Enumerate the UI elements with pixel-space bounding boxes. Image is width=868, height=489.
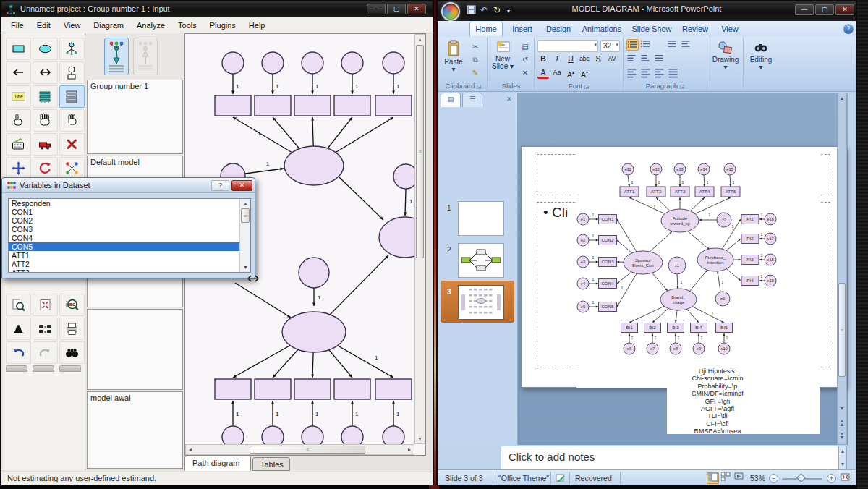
grow-font[interactable]: A▴ bbox=[565, 67, 576, 79]
delete-slide-icon[interactable]: ✕ bbox=[519, 67, 532, 78]
draw-latent-button[interactable] bbox=[59, 61, 85, 84]
slide-thumbnail-1[interactable] bbox=[458, 201, 504, 236]
tab-slides-thumbnails[interactable]: ▤ bbox=[441, 93, 461, 107]
format-painter-icon[interactable]: ✎ bbox=[469, 67, 482, 78]
print-button[interactable] bbox=[59, 318, 85, 340]
reset-slide-icon[interactable]: ↺ bbox=[519, 54, 532, 65]
reflect-button[interactable] bbox=[59, 157, 85, 179]
bullets-button[interactable] bbox=[626, 39, 639, 51]
ppt-maximize-button[interactable]: ▢ bbox=[815, 4, 834, 15]
move-objects-button[interactable] bbox=[6, 157, 31, 179]
canvas-vertical-scrollbar[interactable]: ▲ ≡ ▼ bbox=[414, 34, 425, 444]
ribbon-tab-insert[interactable]: Insert bbox=[506, 22, 539, 37]
font-style-bold[interactable]: B bbox=[537, 54, 549, 65]
indent-increase-button[interactable] bbox=[640, 54, 652, 65]
slide-layout-icon[interactable]: ▤ bbox=[519, 41, 532, 52]
tab-outline[interactable]: ☰ bbox=[462, 93, 482, 107]
ribbon-tab-animations[interactable]: Animations bbox=[578, 22, 626, 37]
recovered-indicator[interactable]: Recovered bbox=[575, 474, 612, 482]
font-name-combo[interactable]: ▾ bbox=[537, 40, 598, 52]
slideshow-view-button[interactable] bbox=[733, 472, 745, 484]
rotate-button[interactable] bbox=[33, 157, 58, 179]
editing-button[interactable]: Editing▾ bbox=[746, 41, 775, 71]
text-direction-button[interactable] bbox=[681, 39, 693, 51]
font-style-strikethrough[interactable]: abc bbox=[579, 54, 590, 65]
font-dialog-launcher[interactable]: ◲ bbox=[584, 84, 590, 89]
change-case[interactable]: Aa bbox=[551, 67, 563, 79]
title-button[interactable]: Title bbox=[6, 85, 31, 108]
variable-item-CON3[interactable]: CON3 bbox=[9, 225, 240, 234]
model-list-2[interactable]: model awal bbox=[87, 391, 183, 469]
dialog-close-button[interactable]: ✕ bbox=[231, 180, 252, 191]
menu-analyze[interactable]: Analyze bbox=[130, 20, 171, 31]
zoom-slider-thumb[interactable] bbox=[796, 473, 806, 482]
copy-icon[interactable]: ⧉ bbox=[469, 54, 482, 65]
fit-slide-to-window-icon[interactable] bbox=[840, 472, 851, 485]
erase-x-button[interactable] bbox=[59, 133, 85, 156]
draw-rectangle-button[interactable] bbox=[6, 38, 31, 60]
paragraph-dialog-launcher[interactable]: ◲ bbox=[680, 84, 685, 89]
zoom-out-button[interactable]: − bbox=[769, 474, 778, 483]
draw-indicator-button[interactable] bbox=[59, 38, 85, 60]
group-list[interactable]: Group number 1 bbox=[87, 80, 183, 154]
font-style-underline[interactable]: U bbox=[565, 54, 576, 65]
menu-file[interactable]: File bbox=[4, 20, 30, 31]
ppt-minimize-button[interactable]: — bbox=[795, 4, 814, 15]
align-center-button[interactable] bbox=[640, 67, 652, 79]
variable-list-button[interactable] bbox=[33, 85, 58, 108]
close-pane-icon[interactable]: ✕ bbox=[506, 95, 512, 103]
align-right-button[interactable] bbox=[654, 67, 666, 79]
menu-edit[interactable]: Edit bbox=[30, 20, 57, 31]
cut-icon[interactable]: ✂ bbox=[469, 41, 482, 52]
menu-view[interactable]: View bbox=[57, 20, 88, 31]
justify-button[interactable] bbox=[668, 67, 680, 79]
font-style-char-spacing[interactable]: AV bbox=[606, 54, 618, 65]
variable-item-ATT2[interactable]: ATT2 bbox=[9, 260, 240, 268]
variable-item-CON5[interactable]: CON5 bbox=[9, 242, 240, 251]
shrink-font[interactable]: A▾ bbox=[579, 67, 590, 79]
search-binoculars-button[interactable] bbox=[59, 341, 85, 364]
move-truck-button[interactable] bbox=[33, 133, 58, 156]
menu-diagram[interactable]: Diagram bbox=[87, 20, 130, 31]
menu-tools[interactable]: Tools bbox=[171, 20, 203, 31]
dataset-list-button[interactable] bbox=[59, 85, 85, 108]
ribbon-tab-design[interactable]: Design bbox=[542, 22, 575, 37]
tab-tables[interactable]: Tables bbox=[252, 457, 290, 471]
dialog-titlebar[interactable]: Variables in Dataset ? ✕ bbox=[2, 178, 255, 193]
slide-thumbnail-3[interactable] bbox=[458, 285, 504, 320]
menu-help[interactable]: Help bbox=[242, 20, 272, 31]
editor-vertical-scrollbar[interactable]: ▲ ≡ ▼ ▲▲ ▼▼ bbox=[837, 93, 847, 445]
variable-item-CON2[interactable]: CON2 bbox=[9, 216, 240, 225]
indent-decrease-button[interactable] bbox=[626, 54, 639, 65]
ribbon-tab-slide-show[interactable]: Slide Show bbox=[629, 22, 675, 37]
arrow-single-button[interactable] bbox=[6, 61, 31, 84]
slide-thumbnail-2[interactable] bbox=[458, 243, 504, 278]
listbox-scrollbar[interactable]: ▲ ≡ ▼ bbox=[239, 199, 250, 272]
undo-button[interactable] bbox=[6, 341, 31, 364]
tab-path-diagram[interactable]: Path diagram bbox=[184, 456, 251, 471]
select-all-hand-button[interactable] bbox=[33, 109, 58, 132]
parameter-list[interactable] bbox=[87, 309, 183, 390]
notes-scrollbar[interactable]: ▲▼ bbox=[838, 446, 847, 469]
font-color[interactable]: A bbox=[537, 67, 549, 79]
arrow-double-button[interactable] bbox=[33, 61, 58, 84]
bullet-text[interactable]: • Cli bbox=[543, 205, 568, 221]
normal-view-button[interactable] bbox=[707, 472, 719, 484]
font-style-shadow[interactable]: S bbox=[592, 54, 604, 65]
redo-button[interactable] bbox=[33, 341, 58, 364]
dialog-help-button[interactable]: ? bbox=[211, 180, 229, 191]
new-slide-button[interactable]: New Slide ▾ bbox=[490, 40, 516, 70]
paste-button[interactable]: Paste▾ bbox=[442, 40, 465, 73]
draw-ellipse-button[interactable] bbox=[33, 38, 58, 60]
ribbon-tab-view[interactable]: View bbox=[715, 22, 744, 37]
distribution-button[interactable] bbox=[6, 318, 31, 340]
theme-indicator[interactable]: "Office Theme" bbox=[498, 474, 549, 482]
variable-item-CON1[interactable]: CON1 bbox=[9, 208, 240, 216]
view-output-path-diagram-button[interactable] bbox=[133, 38, 158, 75]
zoom-in-button[interactable]: + bbox=[827, 474, 836, 483]
select-one-hand-button[interactable] bbox=[6, 109, 31, 132]
amos-maximize-button[interactable]: ▢ bbox=[387, 4, 406, 14]
spellcheck-icon[interactable] bbox=[556, 472, 566, 485]
align-left-button[interactable] bbox=[626, 67, 639, 79]
ppt-close-button[interactable]: ✕ bbox=[835, 4, 854, 15]
